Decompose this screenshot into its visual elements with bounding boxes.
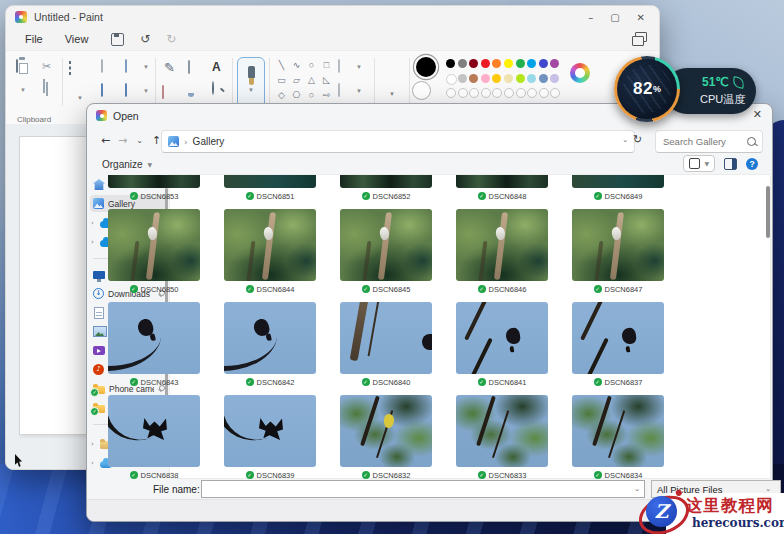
refresh-icon[interactable]: ↻	[633, 133, 642, 146]
shape-outline-button[interactable]	[338, 61, 340, 72]
cut-icon[interactable]: ✂	[42, 61, 51, 72]
shape-right-triangle[interactable]: ◺	[319, 73, 334, 88]
fill-dropdown[interactable]: ▼	[356, 88, 362, 94]
shape-oval[interactable]: ○	[304, 58, 319, 73]
thumbnail[interactable]	[224, 395, 316, 467]
menu-file[interactable]: File	[16, 31, 52, 47]
text-tool[interactable]: A	[212, 61, 221, 73]
flip-dropdown[interactable]: ▼	[143, 88, 149, 94]
palette-empty-slot[interactable]	[481, 88, 491, 98]
thumbnail[interactable]	[456, 395, 548, 467]
address-dropdown-icon[interactable]: ⌄	[622, 136, 628, 144]
file-name-field[interactable]: ⌄	[201, 480, 645, 498]
eraser-button[interactable]	[162, 87, 164, 98]
palette-swatch[interactable]	[481, 59, 490, 68]
thumbnail[interactable]	[224, 175, 316, 188]
help-icon[interactable]: ?	[746, 158, 758, 170]
brushes-dropdown[interactable]: ▼	[248, 87, 254, 93]
flip-button[interactable]	[125, 85, 127, 96]
menu-view[interactable]: View	[56, 31, 98, 47]
shape-fill-button[interactable]	[338, 85, 340, 96]
palette-empty-slot[interactable]	[492, 88, 502, 98]
pencil-icon[interactable]: ✎	[164, 61, 175, 74]
palette-swatch[interactable]	[550, 59, 559, 68]
palette-empty-slot[interactable]	[458, 88, 468, 98]
thumbnail[interactable]	[108, 175, 200, 188]
thumbnail[interactable]	[456, 175, 548, 188]
palette-empty-slot[interactable]	[469, 88, 479, 98]
thumbnail[interactable]	[108, 209, 200, 281]
palette-swatch[interactable]	[469, 74, 478, 83]
cpu-monitor-widget[interactable]: 51℃ CPU温度 82 %	[612, 54, 752, 126]
palette-swatch[interactable]	[504, 59, 513, 68]
search-input[interactable]	[656, 135, 745, 148]
thumbnail[interactable]	[340, 302, 432, 374]
thumbnail[interactable]	[108, 302, 200, 374]
paint-titlebar[interactable]: Untitled - Paint – ▢ ✕	[6, 6, 659, 28]
address-bar[interactable]: › Gallery ⌄	[161, 130, 635, 153]
thumbnail[interactable]	[224, 302, 316, 374]
palette-swatch[interactable]	[469, 59, 478, 68]
palette-swatch[interactable]	[527, 59, 536, 68]
thumbnail[interactable]	[340, 209, 432, 281]
layers-icon[interactable]	[635, 32, 647, 42]
shape-line[interactable]: ╲	[274, 58, 289, 73]
thumbnail[interactable]	[340, 175, 432, 188]
thumbnail[interactable]	[224, 209, 316, 281]
edit-colors-icon[interactable]	[570, 63, 590, 83]
organize-button[interactable]: Organize ▼	[95, 157, 159, 172]
crop-button[interactable]	[101, 61, 103, 72]
view-mode-button[interactable]: ▼	[683, 155, 715, 172]
thumbnail[interactable]	[340, 395, 432, 467]
select-button[interactable]	[69, 63, 71, 74]
rotate-dropdown[interactable]: ▼	[143, 64, 149, 70]
paste-button[interactable]	[16, 61, 18, 72]
maximize-icon[interactable]: ▢	[610, 12, 619, 23]
palette-swatch[interactable]	[539, 59, 548, 68]
shape-diamond[interactable]: ◇	[274, 88, 289, 103]
palette-empty-slot[interactable]	[550, 88, 560, 98]
color1-well[interactable]	[416, 57, 436, 77]
thumbnail[interactable]	[456, 209, 548, 281]
magnifier-button[interactable]	[212, 83, 214, 94]
copy-button[interactable]	[43, 81, 45, 92]
palette-swatch[interactable]	[550, 74, 559, 83]
outline-dropdown[interactable]: ▼	[356, 64, 362, 70]
color2-well[interactable]	[412, 81, 431, 100]
rotate-button[interactable]	[125, 61, 127, 72]
fill-button[interactable]	[188, 62, 190, 73]
shape-curve[interactable]: ∿	[289, 58, 304, 73]
thumbnail[interactable]	[572, 395, 664, 467]
palette-empty-slot[interactable]	[446, 88, 456, 98]
palette-swatch[interactable]	[446, 59, 455, 68]
brushes-button[interactable]: ▼	[237, 57, 265, 109]
thumbnail[interactable]	[572, 175, 664, 188]
palette-swatch[interactable]	[492, 74, 501, 83]
forward-icon[interactable]: →	[114, 134, 131, 147]
dialog-close-icon[interactable]: ✕	[753, 108, 762, 121]
file-grid-scrollbar[interactable]	[766, 186, 770, 238]
select-dropdown[interactable]: ▼	[77, 95, 83, 101]
palette-swatch[interactable]	[527, 74, 536, 83]
minimize-icon[interactable]: –	[588, 12, 593, 23]
palette-empty-slot[interactable]	[504, 88, 514, 98]
shape-circle[interactable]: ○	[304, 88, 319, 103]
undo-icon[interactable]: ↺	[134, 32, 156, 46]
back-icon[interactable]: ←	[97, 134, 114, 147]
redo-icon[interactable]: ↻	[160, 32, 182, 46]
thumbnail[interactable]	[108, 395, 200, 467]
file-name-dropdown-icon[interactable]: ⌄	[634, 485, 644, 493]
shape-rectangle[interactable]: □	[319, 58, 334, 73]
recent-locations-icon[interactable]: ⌄	[131, 136, 148, 145]
thumbnail[interactable]	[456, 302, 548, 374]
palette-swatch[interactable]	[481, 74, 490, 83]
thumbnail[interactable]	[572, 209, 664, 281]
stroke-width-dropdown[interactable]: ▼	[389, 91, 395, 97]
palette-empty-slot[interactable]	[539, 88, 549, 98]
palette-empty-slot[interactable]	[527, 88, 537, 98]
resize-button[interactable]	[101, 85, 103, 96]
shape-rounded-rectangle[interactable]: ▭	[274, 73, 289, 88]
palette-swatch[interactable]	[458, 59, 467, 68]
preview-pane-icon[interactable]	[724, 158, 737, 170]
palette-swatch[interactable]	[446, 74, 457, 85]
